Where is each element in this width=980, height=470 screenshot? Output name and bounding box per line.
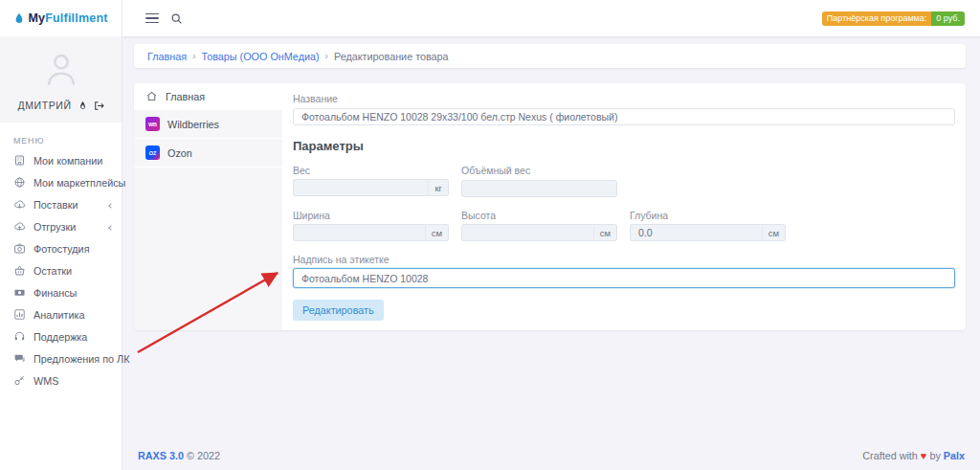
sidebar-item-stock[interactable]: Остатки — [0, 259, 122, 281]
basket-icon — [13, 264, 26, 277]
width-input[interactable] — [293, 224, 425, 241]
breadcrumb-home-link[interactable]: Главная — [147, 51, 187, 62]
partner-program-badge[interactable]: Партнёрская программа: 0 руб. — [822, 11, 965, 26]
sidebar-item-label: Поддержка — [33, 331, 87, 343]
subnav-item-label: Ozon — [167, 147, 192, 159]
footer-copyright: © 2022 — [187, 450, 220, 461]
chart-icon — [13, 308, 26, 321]
headset-icon — [13, 330, 26, 343]
height-input[interactable] — [461, 224, 593, 241]
product-edit-form: Название Параметры Вес кг Объёмный вес Ш… — [282, 83, 966, 330]
breadcrumb-separator: › — [325, 51, 328, 61]
name-input[interactable] — [293, 108, 955, 125]
sidebar-item-companies[interactable]: Мои компании — [0, 149, 122, 171]
depth-field-label: Глубина — [630, 210, 786, 221]
hamburger-menu-icon[interactable] — [145, 13, 159, 24]
home-icon — [145, 90, 158, 102]
user-panel: ДМИТРИЙ — [0, 36, 122, 123]
breadcrumb: Главная › Товары (ООО ОнМедиа) › Редакти… — [134, 44, 966, 68]
label-text-field-label: Надпись на этикетке — [293, 254, 955, 265]
chevron-left-icon — [108, 203, 114, 209]
volume-weight-input[interactable] — [461, 180, 617, 197]
breadcrumb-current: Редактирование товара — [334, 51, 449, 62]
sidebar-item-shipments[interactable]: Отгрузки — [0, 215, 122, 237]
globe-icon — [13, 176, 26, 189]
width-field-label: Ширина — [293, 210, 449, 221]
sidebar-item-supplies[interactable]: Поставки — [0, 193, 122, 215]
chat-icon — [13, 352, 26, 365]
heart-icon: ♥ — [921, 450, 927, 461]
footer-palx-link[interactable]: Palx — [944, 450, 965, 461]
sidebar-item-label: Предложения по ЛК — [33, 353, 129, 365]
subnav-item-ozon[interactable]: OZ Ozon — [134, 139, 282, 168]
partner-program-value: 0 руб. — [931, 11, 965, 26]
subnav-item-label: Главная — [166, 91, 205, 102]
height-field-label: Высота — [461, 210, 617, 221]
height-unit-addon: см — [593, 224, 617, 241]
subnav-item-label: Wildberries — [167, 119, 219, 130]
cloud-upload-icon — [13, 220, 26, 233]
depth-input[interactable] — [630, 224, 762, 241]
sidebar-item-wms[interactable]: WMS — [0, 369, 122, 392]
camera-icon — [13, 242, 26, 255]
ozon-icon: OZ — [145, 145, 160, 160]
footer-brand: RAXS 3.0 — [138, 450, 184, 461]
footer: RAXS 3.0 © 2022 Crafted with ♥ by Palx — [122, 441, 980, 470]
key-icon — [13, 374, 26, 387]
search-icon[interactable] — [170, 12, 183, 25]
droplet-logo-icon — [13, 12, 25, 24]
footer-left: RAXS 3.0 © 2022 — [138, 450, 220, 461]
menu-section-label: МЕНЮ — [13, 136, 122, 145]
logout-icon[interactable] — [94, 101, 104, 111]
sidebar: MyFulfillment ДМИТРИЙ МЕНЮ Мои компании … — [0, 0, 122, 470]
sidebar-item-label: Мои компании — [33, 155, 102, 167]
sidebar-item-support[interactable]: Поддержка — [0, 325, 122, 347]
label-text-input[interactable] — [293, 268, 955, 288]
sidebar-item-label: Аналитика — [33, 309, 84, 321]
weight-unit-addon: кг — [428, 179, 449, 196]
weight-field-label: Вес — [293, 165, 449, 176]
user-name: ДМИТРИЙ — [17, 100, 71, 111]
footer-right: Crafted with ♥ by Palx — [862, 450, 965, 461]
edit-submit-button[interactable]: Редактировать — [293, 300, 384, 321]
sidebar-item-label: Фотостудия — [33, 243, 90, 255]
sidebar-item-analytics[interactable]: Аналитика — [0, 303, 122, 325]
sidebar-item-suggestions[interactable]: Предложения по ЛК — [0, 347, 122, 369]
brand-name: MyFulfillment — [28, 11, 107, 25]
partner-program-label: Партнёрская программа: — [822, 11, 931, 26]
weight-input[interactable] — [293, 179, 428, 196]
app-logo[interactable]: MyFulfillment — [0, 0, 122, 36]
wildberries-icon: WB — [145, 117, 160, 131]
cloud-download-icon — [13, 198, 26, 211]
breadcrumb-separator: › — [192, 51, 195, 61]
volume-weight-field-label: Объёмный вес — [461, 165, 617, 176]
sidebar-item-label: Мои маркетплейсы — [33, 177, 125, 189]
sidebar-item-label: Финансы — [33, 287, 77, 299]
sidebar-item-marketplaces[interactable]: Мои маркетплейсы — [0, 171, 122, 193]
flame-icon[interactable] — [78, 101, 88, 111]
sidebar-item-finance[interactable]: Финансы — [0, 281, 122, 303]
breadcrumb-products-link[interactable]: Товары (ООО ОнМедиа) — [201, 51, 319, 62]
name-field-label: Название — [293, 93, 955, 104]
sidebar-item-label: WMS — [33, 375, 58, 387]
topbar: Партнёрская программа: 0 руб. — [122, 0, 980, 36]
width-unit-addon: см — [425, 224, 449, 241]
sidebar-item-photostudio[interactable]: Фотостудия — [0, 237, 122, 259]
sidebar-item-label: Поставки — [33, 199, 78, 211]
avatar — [40, 48, 82, 90]
chevron-left-icon — [108, 225, 114, 231]
subnav-item-home[interactable]: Главная — [134, 83, 282, 110]
params-section-title: Параметры — [293, 139, 955, 153]
subnav-item-wildberries[interactable]: WB Wildberries — [134, 110, 282, 139]
sidebar-item-label: Отгрузки — [33, 221, 76, 233]
depth-unit-addon: см — [762, 224, 786, 241]
sidebar-item-label: Остатки — [33, 265, 72, 277]
money-icon — [13, 286, 26, 299]
product-edit-card: Главная WB Wildberries OZ Ozon Название … — [134, 83, 966, 330]
marketplace-subnav: Главная WB Wildberries OZ Ozon — [134, 83, 282, 330]
building-icon — [13, 154, 26, 167]
